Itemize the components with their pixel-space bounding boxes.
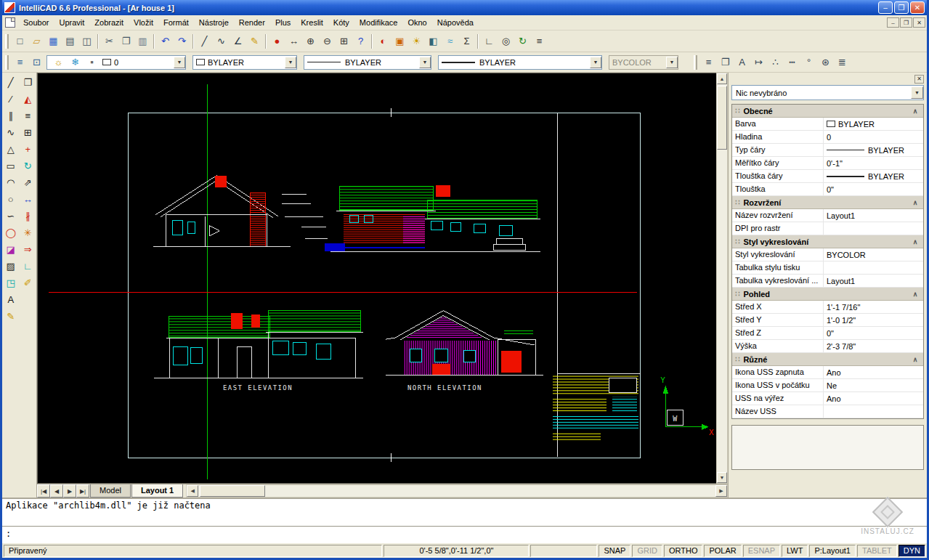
lineweight-combo[interactable]: BYLAYER ▼ [438, 55, 602, 70]
scroll-left-icon[interactable]: ◀ [187, 485, 198, 497]
menu-nastroje[interactable]: Nástroje [194, 16, 234, 29]
house-east-elevation[interactable]: EAST ELEVATION [154, 311, 363, 392]
collapse-icon[interactable]: ∧ [910, 356, 920, 363]
pan-icon[interactable]: ↔ [285, 33, 302, 49]
print-icon[interactable]: ▤ [62, 33, 78, 49]
command-prompt[interactable]: : [2, 527, 927, 541]
property-row-barva[interactable]: Barva BYLAYER [732, 118, 923, 131]
draw-polyline-icon[interactable]: ∿ [213, 33, 230, 49]
undo-icon[interactable]: ↶ [157, 33, 174, 49]
print-preview-icon[interactable]: ◫ [78, 33, 95, 49]
rectangle-tool-icon[interactable]: ▭ [3, 158, 18, 174]
explode-tool-icon[interactable]: ✳ [20, 225, 36, 240]
hatch-tool-icon[interactable]: ▨ [3, 259, 18, 274]
render-icon[interactable]: ● [269, 33, 285, 49]
restore-button[interactable]: ❐ [894, 1, 909, 14]
dimension-style-icon[interactable]: ↦ [750, 54, 767, 70]
document-icon[interactable] [5, 17, 15, 28]
lineweight-dropdown-icon[interactable]: ▼ [590, 57, 601, 68]
section-header-ruzne[interactable]: ∷ Různé ∧ [732, 353, 923, 366]
toggle-snap[interactable]: SNAP [599, 545, 630, 557]
property-value[interactable]: Ne [827, 381, 837, 390]
property-row-tloustka-cary[interactable]: Tlouštka čáry BYLAYER [732, 170, 923, 183]
drawing-units-icon[interactable]: ° [800, 54, 817, 70]
vertical-scroll-thumb[interactable] [717, 86, 727, 150]
menu-zobrazit[interactable]: Zobrazit [89, 16, 129, 29]
statistics-icon[interactable]: Σ [458, 33, 475, 49]
collapse-icon[interactable]: ∧ [910, 199, 920, 206]
property-value[interactable]: BYLAYER [868, 172, 904, 181]
close-button[interactable]: ✕ [910, 1, 925, 14]
menu-okno[interactable]: Okno [402, 16, 431, 29]
mdi-close-button[interactable]: ✕ [913, 17, 925, 28]
linetype-combo[interactable]: BYLAYER ▼ [304, 55, 431, 70]
redo-icon[interactable]: ↷ [174, 33, 190, 49]
property-row-nazev-uss[interactable]: Název USS [732, 405, 923, 418]
section-header-styl[interactable]: ∷ Styl vykreslování ∧ [732, 235, 923, 248]
materials-icon[interactable]: ▣ [392, 33, 408, 49]
new-drawing-icon[interactable]: □ [12, 33, 28, 49]
property-row-uss-vyrez[interactable]: USS na výřez Ano [732, 392, 923, 405]
panel-close-icon[interactable]: ✕ [914, 75, 924, 84]
zoom-window-icon[interactable]: ⊞ [336, 33, 352, 49]
property-row-tabulka-vykreslovani[interactable]: Tabulka vykreslování ... Layout1 [732, 275, 923, 288]
menu-koty[interactable]: Kóty [328, 16, 354, 29]
vertical-scroll-track[interactable] [717, 84, 727, 472]
layer-manager-icon[interactable]: ≡ [12, 54, 28, 70]
cut-icon[interactable]: ✂ [101, 33, 118, 49]
property-row-tabulka-tisku[interactable]: Tabulka stylu tisku [732, 261, 923, 275]
toggle-grid[interactable]: GRID [632, 545, 662, 557]
move-tool-icon[interactable]: + [20, 142, 36, 157]
house-rear-elevation[interactable] [301, 185, 540, 251]
property-row-hladina[interactable]: Hladina 0 [732, 131, 923, 144]
property-value[interactable]: Layout1 [827, 211, 855, 220]
toggle-tablet[interactable]: TABLET [857, 545, 897, 557]
color-combo[interactable]: BYLAYER ▼ [192, 55, 297, 70]
tab-nav-next[interactable]: ▶ [63, 484, 76, 498]
point-style-icon[interactable]: ∴ [767, 54, 784, 70]
layer-lock-icon[interactable]: ▪ [84, 55, 100, 70]
fog-icon[interactable]: ≈ [442, 33, 458, 49]
tab-nav-first[interactable]: |◀ [37, 484, 50, 498]
menu-upravit[interactable]: Upravit [54, 16, 89, 29]
property-value[interactable]: Ano [827, 368, 841, 377]
menu-vlozit[interactable]: Vložit [129, 16, 158, 29]
selection-dropdown-icon[interactable]: ▼ [911, 86, 923, 99]
selection-combo[interactable]: Nic nevybráno ▼ [731, 85, 924, 100]
property-value[interactable]: 0 [827, 133, 831, 142]
property-value[interactable]: Ano [827, 394, 841, 403]
help-icon[interactable]: ? [352, 33, 369, 49]
property-value[interactable]: 0'-1" [827, 159, 843, 168]
collapse-icon[interactable]: ∧ [910, 291, 920, 298]
polygon-tool-icon[interactable]: △ [3, 142, 18, 157]
circle-tool-icon[interactable]: ○ [3, 192, 18, 207]
options-icon[interactable]: ⊛ [817, 54, 834, 70]
copy-tool-icon[interactable]: ❐ [20, 75, 36, 90]
menu-format[interactable]: Formát [158, 16, 194, 29]
scroll-down-icon[interactable]: ▼ [717, 472, 727, 483]
property-row-meritko-cary[interactable]: Měřítko čáry 0'-1" [732, 157, 923, 170]
rotate-tool-icon[interactable]: ↻ [20, 158, 36, 174]
collapse-icon[interactable]: ∧ [910, 107, 920, 115]
horizontal-scroll-track[interactable] [198, 485, 715, 497]
mdi-minimize-button[interactable]: – [887, 17, 899, 28]
tab-model[interactable]: Model [90, 484, 131, 498]
property-row-dpi[interactable]: DPI pro rastr [732, 222, 923, 235]
tab-layout1[interactable]: Layout 1 [131, 484, 183, 498]
title-block-detail[interactable] [553, 376, 638, 442]
toggle-lwt[interactable]: LWT [782, 545, 808, 557]
scenes-icon[interactable]: ◧ [425, 33, 442, 49]
property-value[interactable]: BYCOLOR [827, 251, 866, 259]
coordinates-display[interactable]: 0'-5 5/8",0'-11 1/2",0" [384, 545, 529, 557]
zoom-in-icon[interactable]: ⊕ [302, 33, 319, 49]
text-style-icon[interactable]: A [734, 54, 750, 70]
freehand-tool-icon[interactable]: ∿ [3, 125, 18, 140]
menu-soubor[interactable]: Soubor [18, 16, 54, 29]
layer-dropdown-icon[interactable]: ▼ [174, 57, 185, 68]
horizontal-scrollbar[interactable]: ◀ ▶ [186, 484, 728, 498]
offset-tool-icon[interactable]: ≡ [20, 108, 36, 123]
property-row-stred-z[interactable]: Střed Z 0" [732, 327, 923, 340]
shade-icon[interactable]: ◐ [375, 33, 392, 49]
property-value[interactable]: 0" [827, 185, 834, 194]
layer-express-icon[interactable]: ≡ [531, 33, 548, 49]
